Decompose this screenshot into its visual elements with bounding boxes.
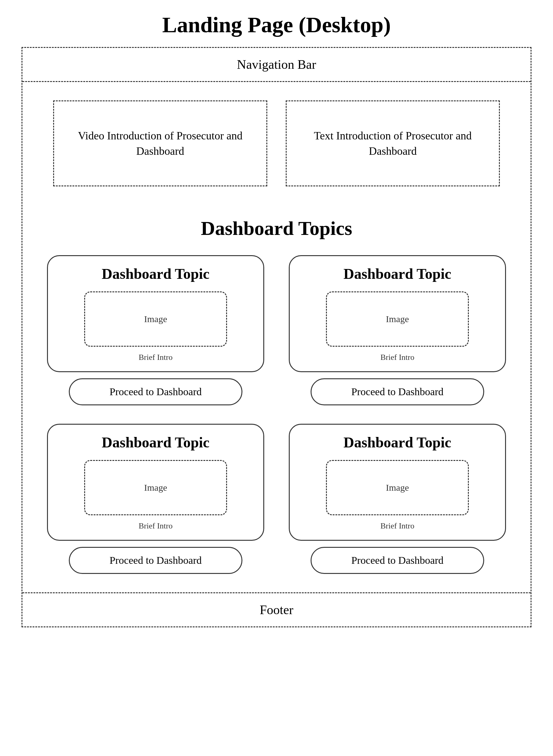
topic-image-label-4: Image [386,482,409,493]
topic-brief-intro-4: Brief Intro [380,522,414,531]
topic-card-3: Dashboard Topic Image Brief Intro Procee… [47,424,264,574]
topic-card-inner-3: Dashboard Topic Image Brief Intro [47,424,264,541]
topic-card-inner-1: Dashboard Topic Image Brief Intro [47,255,264,372]
video-intro-box: Video Introduction of Prosecutor and Das… [53,100,267,186]
topic-image-label-1: Image [144,314,167,324]
topic-image-label-2: Image [386,314,409,324]
topic-card-title-3: Dashboard Topic [102,434,210,451]
topic-image-placeholder-1: Image [84,291,227,347]
topic-card-inner-2: Dashboard Topic Image Brief Intro [289,255,506,372]
text-intro-text: Text Introduction of Prosecutor and Dash… [299,128,487,159]
navigation-bar: Navigation Bar [22,48,531,82]
nav-bar-label: Navigation Bar [237,58,316,72]
footer: Footer [22,592,531,627]
proceed-button-4[interactable]: Proceed to Dashboard [311,547,484,574]
topic-card-title-1: Dashboard Topic [102,265,210,282]
section-title: Dashboard Topics [47,217,506,240]
topic-image-placeholder-2: Image [326,291,469,347]
text-intro-box: Text Introduction of Prosecutor and Dash… [286,100,500,186]
topic-image-placeholder-4: Image [326,460,469,515]
hero-section: Video Introduction of Prosecutor and Das… [22,82,531,205]
outer-frame: Navigation Bar Video Introduction of Pro… [21,47,532,627]
topic-card-title-4: Dashboard Topic [343,434,451,451]
proceed-button-1[interactable]: Proceed to Dashboard [69,378,243,405]
topic-card-4: Dashboard Topic Image Brief Intro Procee… [289,424,506,574]
topic-card-inner-4: Dashboard Topic Image Brief Intro [289,424,506,541]
topic-brief-intro-2: Brief Intro [380,353,414,362]
proceed-button-2[interactable]: Proceed to Dashboard [311,378,484,405]
topics-grid: Dashboard Topic Image Brief Intro Procee… [47,255,506,574]
proceed-button-3[interactable]: Proceed to Dashboard [69,547,243,574]
video-intro-text: Video Introduction of Prosecutor and Das… [66,128,254,159]
dashboard-topics-section: Dashboard Topics Dashboard Topic Image B… [22,205,531,592]
topic-image-placeholder-3: Image [84,460,227,515]
topic-brief-intro-3: Brief Intro [139,522,172,531]
topic-brief-intro-1: Brief Intro [139,353,172,362]
page-title: Landing Page (Desktop) [162,12,391,38]
topic-card-title-2: Dashboard Topic [343,265,451,282]
topic-card-1: Dashboard Topic Image Brief Intro Procee… [47,255,264,405]
footer-label: Footer [260,603,293,617]
topic-image-label-3: Image [144,482,167,493]
topic-card-2: Dashboard Topic Image Brief Intro Procee… [289,255,506,405]
